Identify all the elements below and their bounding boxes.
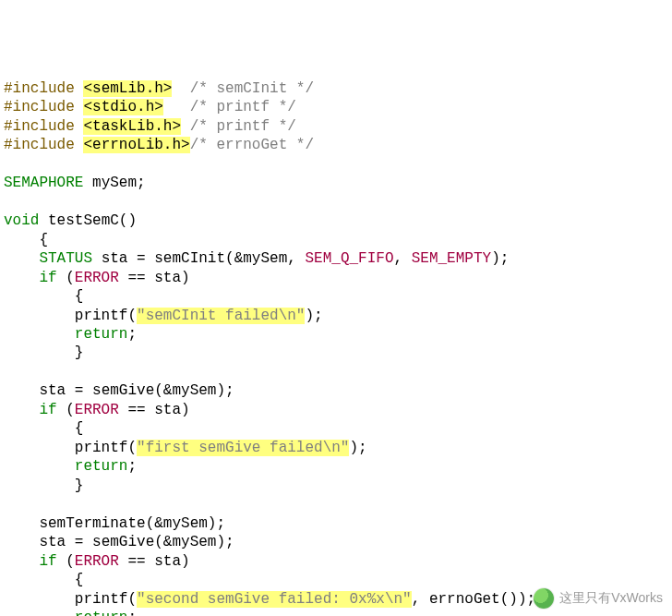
watermark: 这里只有VxWorks bbox=[534, 588, 663, 609]
watermark-text: 这里只有VxWorks bbox=[559, 590, 663, 607]
code-block: #include <semLib.h> /* semCInit */ #incl… bbox=[4, 79, 668, 616]
wechat-icon bbox=[534, 588, 554, 609]
